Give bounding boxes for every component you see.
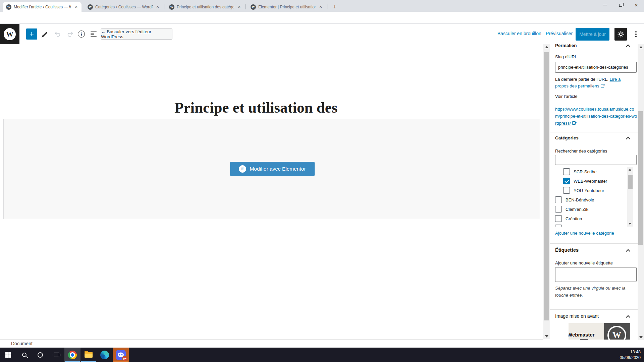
checkbox-unchecked-icon[interactable] xyxy=(555,225,562,227)
checkbox-unchecked-icon[interactable] xyxy=(555,215,562,222)
window-restore-button[interactable] xyxy=(613,0,628,10)
scrollbar-thumb[interactable] xyxy=(628,175,633,189)
window-close-button[interactable]: × xyxy=(629,0,643,10)
undo-button[interactable] xyxy=(52,28,63,40)
list-view-button[interactable] xyxy=(88,28,99,40)
scroll-down-icon[interactable] xyxy=(545,335,548,338)
edit-tool-button[interactable] xyxy=(39,28,50,40)
category-row[interactable]: YOU-Youtubeur xyxy=(555,186,637,195)
scrollbar-thumb[interactable] xyxy=(638,111,643,245)
slug-input[interactable] xyxy=(555,62,637,73)
tab-title: Principe et utilisation des catégo xyxy=(177,5,234,9)
update-button[interactable]: Mettre à jour xyxy=(576,28,609,41)
view-post-label: Voir l’article xyxy=(555,94,577,99)
scroll-up-icon[interactable] xyxy=(639,46,643,48)
category-row[interactable]: Clem’en’Zik xyxy=(555,204,637,214)
task-view-button[interactable] xyxy=(48,348,64,362)
settings-gear-button[interactable] xyxy=(614,28,627,41)
switch-to-wordpress-editor-button[interactable]: ← Basculer vers l’éditeur WordPress xyxy=(101,28,172,40)
chevron-up-icon[interactable] xyxy=(626,137,630,141)
category-row[interactable]: SCR-Scribe xyxy=(555,167,637,176)
edit-with-elementor-button[interactable]: E Modifier avec Elementor xyxy=(230,162,315,176)
tab-title: Elementor | Principe et utilisation xyxy=(258,5,316,9)
redo-button[interactable] xyxy=(64,28,75,40)
scrollbar-thumb[interactable] xyxy=(544,52,549,320)
tab-categories[interactable]: W Catégories ‹ Coulisses — WordPr × xyxy=(84,2,163,12)
featured-image-thumbnail[interactable]: -Webmaster W xyxy=(569,323,630,340)
checkbox-unchecked-icon[interactable] xyxy=(555,196,562,203)
panel-title-categories[interactable]: Catégories xyxy=(555,135,579,140)
details-button[interactable]: i xyxy=(76,28,87,40)
tab-close-icon[interactable]: × xyxy=(155,4,160,10)
add-tag-input[interactable] xyxy=(555,267,637,282)
search-icon xyxy=(22,353,26,357)
chevron-up-icon[interactable] xyxy=(626,249,630,253)
discord-icon: 9+ xyxy=(116,350,126,360)
wordpress-favicon-icon: W xyxy=(169,4,174,10)
sidebar-scrollbar[interactable] xyxy=(638,44,644,340)
tab-separator xyxy=(327,4,327,9)
cortana-button[interactable] xyxy=(32,348,48,362)
chevron-up-icon[interactable] xyxy=(626,315,630,319)
taskbar-chrome-button[interactable] xyxy=(64,348,80,362)
external-link-icon xyxy=(572,121,576,125)
panel-title-permalink[interactable]: Permalien xyxy=(555,44,577,48)
featured-image-left: -Webmaster xyxy=(569,323,604,340)
checkbox-checked-icon[interactable] xyxy=(563,178,570,184)
tab-edit-post[interactable]: W Modifier l’article ‹ Coulisses — W × xyxy=(3,2,82,12)
category-list: SCR-Scribe WEB-Webmaster YOU-Youtubeur B… xyxy=(555,167,637,227)
taskbar-search-button[interactable] xyxy=(16,348,32,362)
category-row[interactable]: Création xyxy=(555,214,637,223)
scroll-down-icon[interactable] xyxy=(639,336,643,339)
category-list-scrollbar[interactable] xyxy=(627,167,633,227)
elementor-block-placeholder[interactable]: E Modifier avec Elementor xyxy=(3,119,540,219)
category-row[interactable]: BEN-Bénévole xyxy=(555,195,637,204)
tab-close-icon[interactable]: × xyxy=(318,4,323,10)
file-explorer-icon xyxy=(85,352,93,358)
taskbar-file-explorer-button[interactable] xyxy=(80,348,97,362)
scroll-up-icon[interactable] xyxy=(629,169,631,171)
add-new-category-link[interactable]: Ajouter une nouvelle catégorie xyxy=(555,231,614,236)
preview-link[interactable]: Prévisualiser xyxy=(546,31,573,36)
show-desktop-divider[interactable] xyxy=(642,348,642,362)
wordpress-logo-button[interactable]: W xyxy=(0,24,19,44)
tab-close-icon[interactable]: × xyxy=(73,4,79,10)
tab-separator xyxy=(246,4,246,9)
panel-divider xyxy=(550,132,638,132)
checkbox-unchecked-icon[interactable] xyxy=(563,187,570,194)
category-row-partial[interactable] xyxy=(555,223,637,227)
block-inserter-button[interactable]: + xyxy=(26,28,37,40)
tab-close-icon[interactable]: × xyxy=(236,4,242,10)
permalink-help-text: La dernière partie de l’URL. Lire à prop… xyxy=(555,76,632,89)
post-url-link[interactable]: https://www.coulisses.tousalamusique.com… xyxy=(555,106,637,127)
window-minimize-button[interactable] xyxy=(598,0,612,10)
clock-date: 05/09/2020 xyxy=(620,355,641,361)
taskbar-edge-button[interactable] xyxy=(97,348,113,362)
scroll-down-icon[interactable] xyxy=(629,223,631,225)
scroll-up-icon[interactable] xyxy=(545,46,548,48)
panel-title-tags[interactable]: Étiquettes xyxy=(555,247,579,253)
tab-post-preview[interactable]: W Principe et utilisation des catégo × xyxy=(166,2,245,12)
tab-elementor[interactable]: W Elementor | Principe et utilisation × xyxy=(247,2,326,12)
taskbar-discord-button[interactable]: 9+ xyxy=(113,348,129,362)
switch-to-draft-link[interactable]: Basculer en brouillon xyxy=(497,31,541,36)
start-button[interactable] xyxy=(0,348,16,362)
category-row[interactable]: WEB-Webmaster xyxy=(555,176,637,186)
wordpress-favicon-icon: W xyxy=(88,4,93,10)
checkbox-unchecked-icon[interactable] xyxy=(555,206,562,213)
new-tab-button[interactable]: + xyxy=(330,2,339,12)
settings-sidebar: Permalien Slug d’URL La dernière partie … xyxy=(550,44,638,340)
more-options-button[interactable] xyxy=(631,28,641,41)
restore-icon xyxy=(619,4,622,7)
info-icon: i xyxy=(78,31,85,38)
taskbar-clock[interactable]: 13:48 05/09/2020 xyxy=(620,349,641,361)
category-search-input[interactable] xyxy=(555,155,637,165)
editor-scrollbar[interactable] xyxy=(543,44,550,339)
panel-title-featured-image[interactable]: Image mise en avant xyxy=(555,313,599,319)
chevron-up-icon[interactable] xyxy=(626,44,630,49)
tags-help-text: Séparez avec une virgule ou avec la touc… xyxy=(555,285,633,299)
edit-with-elementor-label: Modifier avec Elementor xyxy=(250,166,306,172)
panel-divider xyxy=(550,243,638,244)
checkbox-unchecked-icon[interactable] xyxy=(563,168,570,175)
gear-icon xyxy=(618,31,624,38)
